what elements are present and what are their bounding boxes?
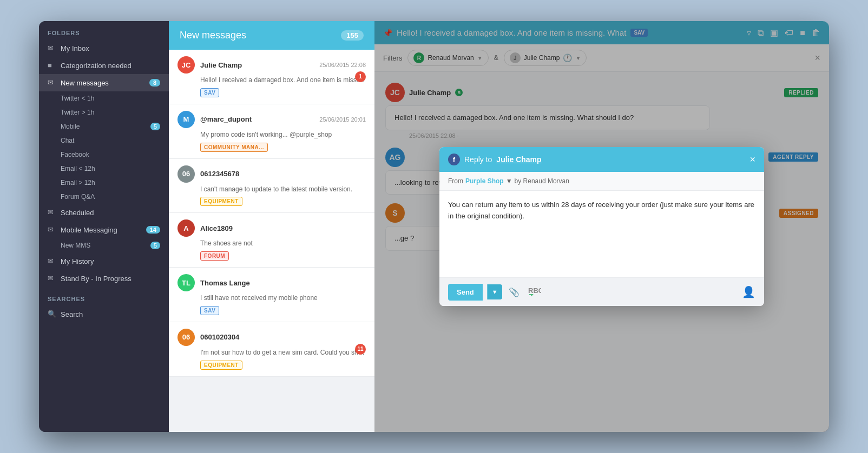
msg-preview: I can't manage to update to the latest m… — [200, 185, 366, 194]
folders-label: FOLDERS — [39, 21, 169, 39]
scheduled-icon: ✉ — [48, 208, 56, 217]
sidebar-item-label: Search — [61, 310, 83, 318]
reply-modal-from: From Purple Shop ▼ by Renaud Morvan — [439, 172, 764, 191]
mobile-messaging-badge: 14 — [146, 226, 160, 234]
msg-sender: 0612345678 — [200, 170, 239, 178]
sidebar-item-label: My Inbox — [61, 44, 89, 52]
msg-tag: FORUM — [200, 251, 229, 261]
messages-icon: ✉ — [48, 78, 56, 87]
sidebar-item-mobile-messaging[interactable]: ✉ Mobile Messaging 14 — [39, 221, 169, 238]
facebook-icon: f — [448, 154, 460, 165]
msg-tag: EQUIPMENT — [200, 197, 242, 206]
avatar: A — [177, 219, 195, 237]
from-label: From — [448, 177, 463, 185]
send-dropdown-button[interactable]: ▼ — [487, 284, 502, 299]
send-button[interactable]: Send — [448, 284, 483, 301]
sidebar-item-facebook[interactable]: Facebook — [39, 148, 169, 162]
sidebar-item-twitter-gt[interactable]: Twitter > 1h — [39, 105, 169, 119]
reply-to-label: Reply to — [464, 155, 492, 164]
msg-sender: Alice1809 — [200, 224, 233, 232]
msg-tag: SAV — [200, 306, 219, 315]
sidebar-item-email-gt[interactable]: Email > 12h — [39, 176, 169, 190]
chevron-down-icon: ▼ — [506, 177, 512, 185]
from-shop-name[interactable]: Purple Shop — [465, 177, 504, 185]
reply-modal-body[interactable]: You can return any item to us within 28 … — [439, 191, 764, 277]
reply-body-text: You can return any item to us within 28 … — [448, 199, 755, 222]
msg-sender: @marc_dupont — [200, 115, 252, 123]
reply-modal-footer: Send ▼ 📎 RBC 👤 — [439, 277, 764, 306]
msg-tag: COMMUNITY MANA... — [200, 143, 268, 152]
avatar: 06 — [177, 329, 195, 346]
inbox-icon: ✉ — [48, 44, 56, 52]
msg-preview: The shoes are not — [200, 239, 366, 248]
avatar: JC — [177, 56, 195, 74]
msg-sender: Julie Champ — [200, 61, 242, 69]
sidebar-item-forum[interactable]: Forum Q&A — [39, 190, 169, 204]
message-list-header: New messages 155 — [169, 21, 374, 50]
sidebar-item-new-mms[interactable]: New MMS 5 — [39, 238, 169, 252]
search-icon: 🔍 — [48, 310, 56, 318]
list-item[interactable]: A Alice1809 The shoes are not FORUM — [169, 213, 374, 268]
message-list-title: New messages — [180, 30, 246, 41]
list-item[interactable]: M @marc_dupont 25/06/2015 20:01 My promo… — [169, 104, 374, 159]
history-icon: ✉ — [48, 257, 56, 265]
sidebar-item-scheduled[interactable]: ✉ Scheduled — [39, 204, 169, 221]
sidebar-item-mobile[interactable]: Mobile 5 — [39, 119, 169, 134]
sidebar-item-my-history[interactable]: ✉ My History — [39, 252, 169, 270]
list-item[interactable]: JC Julie Champ 25/06/2015 22:08 Hello! I… — [169, 50, 374, 104]
mobile-badge: 5 — [150, 123, 160, 130]
sidebar-item-label: Twitter < 1h — [61, 95, 94, 102]
sidebar-item-my-inbox[interactable]: ✉ My Inbox — [39, 39, 169, 57]
message-list-body: JC Julie Champ 25/06/2015 22:08 Hello! I… — [169, 50, 374, 432]
sidebar-item-label: Mobile — [61, 123, 80, 130]
spell-check-button[interactable]: RBC — [526, 283, 543, 301]
sidebar-item-label: Twitter > 1h — [61, 109, 94, 116]
msg-sender: 0601020304 — [200, 333, 239, 341]
sidebar-item-stand-by[interactable]: ✉ Stand By - In Progress — [39, 270, 169, 287]
main-panel: 📌 Hello! I received a damaged box. And o… — [374, 21, 829, 432]
sidebar-item-label: Scheduled — [61, 209, 94, 217]
sidebar-item-label: Mobile Messaging — [61, 226, 117, 234]
msg-tag: EQUIPMENT — [200, 361, 242, 370]
sidebar-item-label: Email > 12h — [61, 179, 95, 186]
app-frame: FOLDERS ✉ My Inbox ■ Categorization need… — [39, 21, 829, 432]
avatar: 06 — [177, 165, 195, 183]
sidebar-item-chat[interactable]: Chat — [39, 134, 169, 148]
avatar: M — [177, 111, 195, 128]
sidebar-item-search[interactable]: 🔍 Search — [39, 305, 169, 323]
sidebar-item-label: Chat — [61, 137, 74, 144]
category-icon: ■ — [48, 61, 56, 70]
list-item[interactable]: 06 0601020304 I'm not sur how to do get … — [169, 322, 374, 377]
reply-modal-header: f Reply to Julie Champ × — [439, 147, 764, 172]
sidebar-item-label: Email < 12h — [61, 165, 95, 172]
assign-person-button[interactable]: 👤 — [742, 285, 755, 298]
sidebar-item-new-messages[interactable]: ✉ New messages 8 — [39, 74, 169, 91]
new-mms-badge: 5 — [150, 242, 160, 249]
sidebar-item-label: New MMS — [61, 242, 90, 249]
list-item[interactable]: 06 0612345678 I can't manage to update t… — [169, 159, 374, 214]
sidebar-item-label: Forum Q&A — [61, 193, 95, 201]
sidebar-item-email-lt[interactable]: Email < 12h — [39, 162, 169, 176]
reply-to-name[interactable]: Julie Champ — [496, 155, 541, 164]
message-list-panel: New messages 155 JC Julie Champ 25/06/20… — [169, 21, 374, 432]
svg-text:RBC: RBC — [528, 287, 541, 295]
list-item[interactable]: TL Thomas Lange I still have not receive… — [169, 268, 374, 322]
message-list-count: 155 — [341, 30, 364, 41]
reply-modal: f Reply to Julie Champ × From Purple Sho… — [439, 147, 764, 306]
msg-preview: I still have not received my mobile phon… — [200, 294, 366, 303]
sidebar-item-label: My History — [61, 257, 94, 265]
new-messages-badge: 8 — [149, 79, 160, 86]
searches-label: SEARCHES — [39, 287, 169, 305]
reply-modal-title: f Reply to Julie Champ — [448, 154, 542, 165]
msg-sender: Thomas Lange — [200, 279, 250, 287]
sidebar-item-twitter-lt[interactable]: Twitter < 1h — [39, 91, 169, 105]
standby-icon: ✉ — [48, 274, 56, 283]
sidebar-item-label: New messages — [61, 79, 109, 87]
msg-tag: SAV — [200, 88, 219, 97]
reply-modal-close-button[interactable]: × — [749, 154, 755, 165]
sidebar-item-label: Facebook — [61, 151, 89, 158]
by-agent-label: by Renaud Morvan — [515, 177, 569, 185]
sidebar-item-categorization[interactable]: ■ Categorization needed — [39, 57, 169, 74]
sidebar-item-label: Categorization needed — [61, 62, 131, 70]
attach-file-button[interactable]: 📎 — [507, 285, 522, 299]
